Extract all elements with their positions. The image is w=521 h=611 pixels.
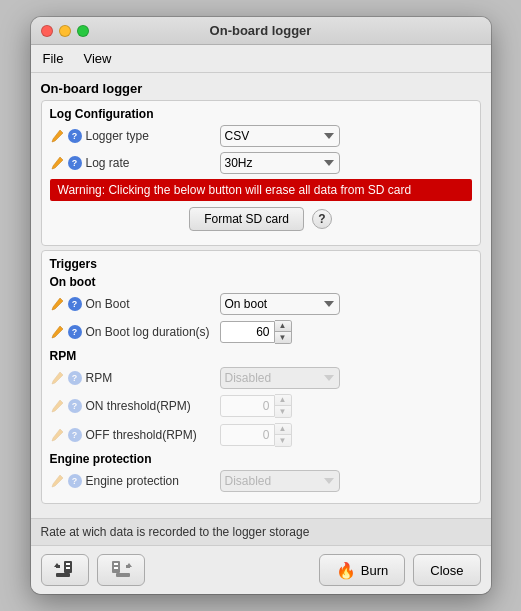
menu-file[interactable]: File [39, 49, 68, 68]
bottom-bar: 🔥 Burn Close [31, 545, 491, 594]
log-rate-label: Log rate [86, 156, 130, 170]
main-section-title: On-board logger [41, 81, 481, 96]
info-icon-rpm: ? [68, 371, 82, 385]
svg-rect-2 [56, 565, 60, 568]
svg-rect-11 [114, 567, 118, 569]
engine-label: Engine protection [86, 474, 179, 488]
bottom-bar-right: 🔥 Burn Close [319, 554, 481, 586]
on-threshold-input-wrapper: ▲ ▼ [220, 394, 292, 418]
flame-icon: 🔥 [336, 561, 356, 580]
burn-button[interactable]: 🔥 Burn [319, 554, 405, 586]
format-sd-button[interactable]: Format SD card [189, 207, 304, 231]
rpm-label-group: ? RPM [50, 371, 220, 385]
svg-rect-4 [66, 563, 70, 565]
pencil-icon-lograte [50, 156, 64, 170]
pencil-icon-rpm [50, 371, 64, 385]
info-icon-log-rate[interactable]: ? [68, 156, 82, 170]
on-boot-select[interactable]: On boot Disabled [220, 293, 340, 315]
on-threshold-spinner: ▲ ▼ [275, 394, 292, 418]
pencil-icon-duration [50, 325, 64, 339]
log-config-title: Log Configuration [50, 107, 472, 121]
svg-rect-8 [126, 565, 130, 568]
window-title: On-board logger [210, 23, 312, 38]
main-window: On-board logger File View On-board logge… [31, 17, 491, 594]
pencil-icon-off-threshold [50, 428, 64, 442]
pencil-icon-on-threshold [50, 399, 64, 413]
engine-select[interactable]: Disabled [220, 470, 340, 492]
log-rate-label-group: ? Log rate [50, 156, 220, 170]
menu-view[interactable]: View [79, 49, 115, 68]
off-threshold-spinner: ▲ ▼ [275, 423, 292, 447]
on-threshold-label: ON threshold(RPM) [86, 399, 191, 413]
logger-type-label-group: ? Logger type [50, 129, 220, 143]
logger-type-label: Logger type [86, 129, 149, 143]
log-rate-row: ? Log rate 10Hz 20Hz 30Hz 50Hz 100Hz [50, 152, 472, 174]
on-boot-section-title: On boot [50, 275, 472, 289]
info-icon-off-threshold: ? [68, 428, 82, 442]
rpm-section-title: RPM [50, 349, 472, 363]
info-icon-on-boot[interactable]: ? [68, 297, 82, 311]
bottom-bar-left [41, 554, 145, 586]
rpm-row: ? RPM Disabled [50, 367, 472, 389]
off-threshold-label-group: ? OFF threshold(RPM) [50, 428, 220, 442]
svg-rect-5 [66, 567, 70, 569]
title-bar: On-board logger [31, 17, 491, 45]
on-boot-row: ? On Boot On boot Disabled [50, 293, 472, 315]
off-threshold-input[interactable] [220, 424, 275, 446]
off-threshold-spin-down[interactable]: ▼ [275, 435, 291, 446]
on-threshold-spin-down[interactable]: ▼ [275, 406, 291, 417]
off-threshold-spin-up[interactable]: ▲ [275, 424, 291, 435]
duration-spin-up[interactable]: ▲ [275, 321, 291, 332]
duration-input[interactable] [220, 321, 275, 343]
on-boot-duration-row: ? On Boot log duration(s) ▲ ▼ [50, 320, 472, 344]
rpm-select[interactable]: Disabled [220, 367, 340, 389]
pencil-icon-engine [50, 474, 64, 488]
svg-rect-6 [116, 573, 130, 577]
format-help-button[interactable]: ? [312, 209, 332, 229]
svg-rect-0 [56, 573, 70, 577]
content-area: On-board logger Log Configuration ? Logg… [31, 73, 491, 518]
close-traffic-light[interactable] [41, 25, 53, 37]
engine-label-group: ? Engine protection [50, 474, 220, 488]
log-rate-select[interactable]: 10Hz 20Hz 30Hz 50Hz 100Hz [220, 152, 340, 174]
burn-label: Burn [361, 563, 388, 578]
engine-row: ? Engine protection Disabled [50, 470, 472, 492]
info-icon-on-threshold: ? [68, 399, 82, 413]
maximize-traffic-light[interactable] [77, 25, 89, 37]
menu-bar: File View [31, 45, 491, 73]
on-threshold-row: ? ON threshold(RPM) ▲ ▼ [50, 394, 472, 418]
close-button[interactable]: Close [413, 554, 480, 586]
triggers-box: Triggers On boot ? On Boot On boot Disab… [41, 250, 481, 504]
duration-input-wrapper: ▲ ▼ [220, 320, 292, 344]
triggers-title: Triggers [50, 257, 472, 271]
minimize-traffic-light[interactable] [59, 25, 71, 37]
status-bar: Rate at wich data is recorded to the log… [31, 518, 491, 545]
off-threshold-label: OFF threshold(RPM) [86, 428, 197, 442]
traffic-lights [41, 25, 89, 37]
info-icon-logger-type[interactable]: ? [68, 129, 82, 143]
on-boot-duration-label: On Boot log duration(s) [86, 325, 210, 339]
logger-type-select[interactable]: CSV Binary [220, 125, 340, 147]
status-text: Rate at wich data is recorded to the log… [41, 525, 310, 539]
pencil-icon-onboot [50, 297, 64, 311]
info-icon-duration[interactable]: ? [68, 325, 82, 339]
export-icon [110, 559, 132, 581]
duration-spin-down[interactable]: ▼ [275, 332, 291, 343]
log-config-box: Log Configuration ? Logger type CSV Bina… [41, 100, 481, 246]
logger-type-row: ? Logger type CSV Binary [50, 125, 472, 147]
on-boot-duration-label-group: ? On Boot log duration(s) [50, 325, 220, 339]
pencil-icon [50, 129, 64, 143]
on-threshold-spin-up[interactable]: ▲ [275, 395, 291, 406]
svg-rect-10 [114, 563, 118, 565]
format-row: Format SD card ? [50, 207, 472, 231]
warning-box: Warning: Clicking the below button will … [50, 179, 472, 201]
rpm-label: RPM [86, 371, 113, 385]
duration-spinner: ▲ ▼ [275, 320, 292, 344]
forward-icon-button[interactable] [97, 554, 145, 586]
off-threshold-input-wrapper: ▲ ▼ [220, 423, 292, 447]
warning-text: Warning: Clicking the below button will … [58, 183, 412, 197]
on-threshold-input[interactable] [220, 395, 275, 417]
on-threshold-label-group: ? ON threshold(RPM) [50, 399, 220, 413]
back-icon-button[interactable] [41, 554, 89, 586]
off-threshold-row: ? OFF threshold(RPM) ▲ ▼ [50, 423, 472, 447]
